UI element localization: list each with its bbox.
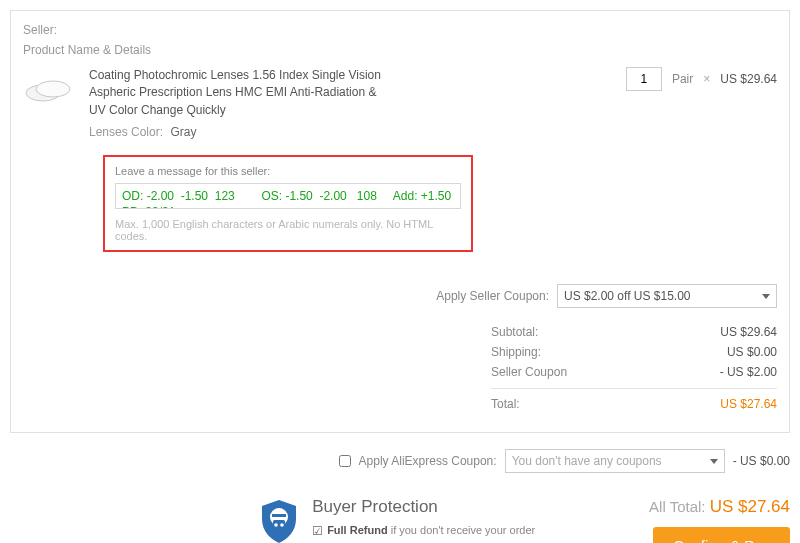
aliexpress-coupon-amount: - US $0.00 [733, 454, 790, 468]
order-panel: Seller: Product Name & Details Coating P… [10, 10, 790, 433]
coupon-label: Seller Coupon [491, 365, 567, 379]
seller-coupon-selected: US $2.00 off US $15.00 [564, 289, 691, 303]
chevron-down-icon [710, 459, 718, 464]
buyer-protection: Buyer Protection ☑ Full Refund if you do… [258, 497, 590, 543]
product-header: Product Name & Details [23, 43, 777, 57]
total-label: Total: [491, 397, 520, 411]
lenses-color-value: Gray [170, 125, 196, 139]
footer: Buyer Protection ☑ Full Refund if you do… [10, 497, 790, 543]
chevron-down-icon [762, 294, 770, 299]
seller-coupon-label: Apply Seller Coupon: [436, 289, 549, 303]
aliexpress-coupon-row: Apply AliExpress Coupon: You don't have … [10, 449, 790, 473]
aliexpress-coupon-select[interactable]: You don't have any coupons [505, 449, 725, 473]
product-thumbnail [23, 67, 75, 115]
message-hint: Max. 1,000 English characters or Arabic … [115, 218, 461, 242]
times-symbol: × [703, 72, 710, 86]
aliexpress-coupon-checkbox[interactable] [339, 455, 351, 467]
seller-coupon-row: Apply Seller Coupon: US $2.00 off US $15… [23, 284, 777, 308]
svg-rect-4 [272, 514, 286, 517]
all-total-amount: US $27.64 [710, 497, 790, 516]
aliexpress-coupon-selected: You don't have any coupons [512, 454, 662, 468]
subtotal-amount: US $29.64 [720, 325, 777, 339]
lenses-color-label: Lenses Color: [89, 125, 163, 139]
seller-coupon-select[interactable]: US $2.00 off US $15.00 [557, 284, 777, 308]
product-row: Coating Photochromic Lenses 1.56 Index S… [23, 67, 777, 139]
total-row: Total: US $27.64 [491, 388, 777, 414]
line-price: US $29.64 [720, 72, 777, 86]
seller-label: Seller: [23, 23, 777, 37]
product-title: Coating Photochromic Lenses 1.56 Index S… [89, 67, 389, 119]
all-total: All Total: US $27.64 [620, 497, 790, 517]
shipping-amount: US $0.00 [727, 345, 777, 359]
total-amount: US $27.64 [720, 397, 777, 411]
shield-icon [258, 497, 300, 543]
subtotal-label: Subtotal: [491, 325, 538, 339]
check-icon: ☑ [312, 523, 323, 540]
product-line-right: Pair × US $29.64 [403, 67, 777, 91]
svg-point-6 [280, 523, 284, 527]
lenses-color: Lenses Color: Gray [89, 125, 389, 139]
checkout-block: All Total: US $27.64 Confirm & Pay [620, 497, 790, 543]
coupon-row: Seller Coupon - US $2.00 [491, 362, 777, 382]
totals-block: Subtotal: US $29.64 Shipping: US $0.00 S… [491, 322, 777, 414]
bp-line-1-bold: Full Refund [327, 524, 388, 536]
aliexpress-coupon-label: Apply AliExpress Coupon: [359, 454, 497, 468]
buyer-protection-text: Buyer Protection ☑ Full Refund if you do… [312, 497, 590, 543]
confirm-pay-button[interactable]: Confirm & Pay [653, 527, 790, 543]
shipping-row: Shipping: US $0.00 [491, 342, 777, 362]
all-total-label: All Total: [649, 498, 705, 515]
shipping-label: Shipping: [491, 345, 541, 359]
message-block: Leave a message for this seller: Max. 1,… [103, 155, 473, 252]
bp-line-1-rest: if you don't receive your order [388, 524, 536, 536]
product-info: Coating Photochromic Lenses 1.56 Index S… [89, 67, 389, 139]
message-input[interactable] [115, 183, 461, 209]
coupon-amount: - US $2.00 [720, 365, 777, 379]
unit-label: Pair [672, 72, 693, 86]
bp-line-1: ☑ Full Refund if you don't receive your … [312, 523, 590, 540]
message-label: Leave a message for this seller: [115, 165, 461, 177]
buyer-protection-title: Buyer Protection [312, 497, 590, 517]
quantity-input[interactable] [626, 67, 662, 91]
subtotal-row: Subtotal: US $29.64 [491, 322, 777, 342]
svg-point-1 [36, 81, 70, 97]
svg-point-5 [274, 523, 278, 527]
